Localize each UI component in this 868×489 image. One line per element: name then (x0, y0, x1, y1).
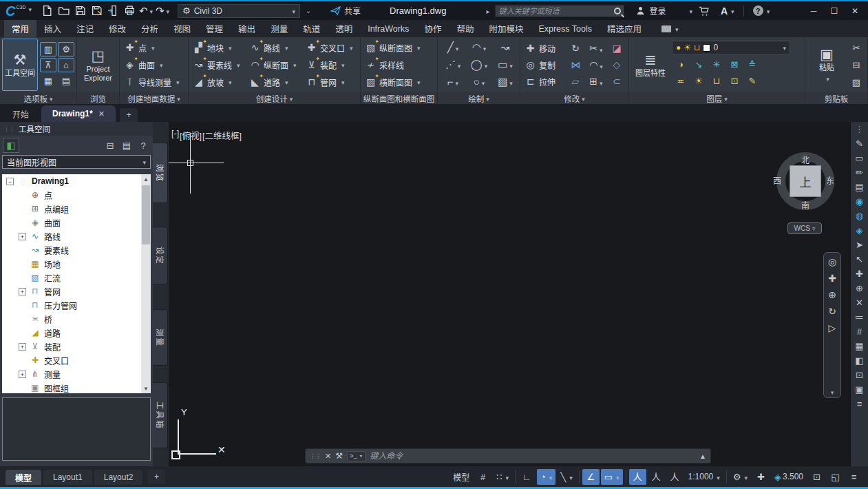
clean-screen-button[interactable]: ◱ (827, 469, 844, 485)
tree-item-场地[interactable]: ▦场地 (2, 257, 151, 271)
layer-thaw-button[interactable]: ☀ (690, 72, 708, 89)
scroll-up-icon[interactable]: ▲ (141, 174, 151, 184)
close-button[interactable]: ✕ (845, 3, 865, 19)
tree-item-路线[interactable]: +∿路线 (2, 229, 151, 243)
list-icon-button[interactable]: ≔ (855, 313, 864, 322)
layer-isolate-button[interactable]: ↘ (690, 56, 708, 72)
ribbon-tab-透明[interactable]: 透明 (328, 20, 360, 37)
maximize-button[interactable]: ☐ (824, 3, 845, 19)
toolspace-title-bar[interactable]: ⋮⋮ 工具空间 (0, 122, 153, 136)
layout-tab-模型[interactable]: 模型 (6, 470, 41, 485)
ribbon-tab-分析[interactable]: 分析 (134, 20, 166, 37)
sample-lines-button[interactable]: ≁采样线 (363, 56, 423, 73)
drag-grip-icon[interactable]: ⋮⋮ (3, 125, 14, 132)
collapse-icon[interactable]: − (6, 178, 14, 185)
ribbon-tab-测量[interactable]: 测量 (263, 20, 295, 37)
tree-item-图框组[interactable]: ▣图框组 (2, 381, 151, 393)
side-tab-浏览[interactable]: 浏览 (153, 143, 168, 203)
panel-label-图层[interactable]: 图层 (629, 92, 805, 104)
autodesk-apps-button[interactable]: A (716, 3, 739, 19)
layer-select[interactable]: ●☀⊔0 (672, 41, 790, 54)
search-icon[interactable] (614, 8, 621, 14)
search-expand-icon[interactable] (486, 6, 489, 16)
osnap-tracking-button[interactable]: ∠ (582, 469, 600, 485)
sheet-set-manager-button[interactable]: ▥ (40, 42, 56, 56)
survey-toolspace-button[interactable]: ⊼ (40, 58, 56, 72)
navbar-more-button[interactable]: ▾ (831, 389, 834, 396)
profile-button[interactable]: ◠纵断面 (247, 56, 301, 73)
drawing-canvas[interactable]: [-] [俯视] [二维线框] 上 北 南 西 东 WCS ◎✚⊕↻▷▾ Y ✕… (169, 122, 851, 466)
play-icon-button[interactable]: ➤ (856, 240, 863, 250)
menu-icon-button[interactable]: ≡ (857, 399, 862, 409)
project-explorer-button[interactable]: ◳Project Explorer (79, 39, 117, 91)
ellipse-button[interactable]: ○ (466, 74, 492, 90)
properties-palette-button[interactable]: ⚙ (58, 42, 74, 56)
tree-item-道路[interactable]: ◢道路 (2, 326, 151, 340)
ribbon-tab-视图[interactable]: 视图 (166, 20, 198, 37)
rotate-button[interactable]: ↻ (565, 40, 586, 56)
zoom-plus-icon-button[interactable]: ⊕ (856, 284, 863, 293)
stretch-button[interactable]: ⊏拉伸 (522, 73, 565, 90)
active-drawing-view-button[interactable]: ◧ (3, 138, 19, 153)
panel-label-绘制[interactable]: 绘制 (438, 92, 520, 104)
ribbon-tab-输出[interactable]: 输出 (231, 20, 263, 37)
share-button[interactable]: 共享 (330, 5, 361, 17)
text-frame-icon-button[interactable]: ▭ (855, 154, 863, 163)
layer-freeze-button[interactable]: ✳ (708, 56, 726, 72)
crosshair-toggle-button[interactable]: ✚ (752, 469, 770, 485)
model-space-toggle-button[interactable]: 模型 (449, 469, 473, 485)
workspace-selector[interactable]: ⚙ Civil 3D (178, 4, 300, 18)
hash-grid-icon-button[interactable]: # (857, 327, 862, 337)
scale-button[interactable]: ▱ (565, 73, 586, 90)
layer-unlock-button[interactable]: ⊔ (708, 72, 726, 89)
qat-customize-button[interactable]: ⌄ (303, 7, 314, 14)
viewport-view-menu[interactable]: [俯视] (180, 129, 202, 142)
expand-icon[interactable]: + (19, 288, 26, 295)
annotation-scale-button[interactable]: 1:1000 (685, 469, 723, 485)
sign-in-button[interactable]: 登录 (635, 5, 692, 17)
polar-tracking-button[interactable]: ◔ (537, 469, 555, 485)
table-icon-button[interactable]: ▦ (855, 342, 863, 351)
command-history-toggle[interactable]: ▲ (699, 452, 706, 460)
points-button[interactable]: ✚点 (122, 39, 182, 56)
offset-button[interactable]: ⊂ (606, 73, 627, 90)
wcs-menu[interactable]: WCS (787, 222, 822, 234)
close-icon[interactable]: ✕ (98, 110, 105, 118)
section-views-button[interactable]: ▨横断面图 (363, 74, 423, 90)
tree-item-桥[interactable]: ≍桥 (2, 312, 151, 326)
polyline-edit-button[interactable]: ⌐ (440, 74, 466, 90)
surface-elevation-button[interactable]: ◈3.500 (771, 469, 807, 485)
new-file-button[interactable] (39, 3, 55, 19)
profile-view-button[interactable]: ▧纵断面图 (363, 39, 423, 56)
expand-icon[interactable]: + (19, 343, 26, 351)
corridor-button[interactable]: ◣道路 (247, 74, 301, 90)
ribbon-tab-附加模块[interactable]: 附加模块 (481, 20, 531, 37)
viewcube-west[interactable]: 西 (773, 174, 781, 186)
ribbon-tab-协作[interactable]: 协作 (416, 20, 449, 37)
minimize-button[interactable]: ─ (803, 3, 824, 19)
save-as-button[interactable] (88, 3, 105, 19)
navigation-wheel-button[interactable]: ◎ (828, 257, 836, 267)
panel-label-修改[interactable]: 修改 (520, 92, 628, 104)
content-browser-button[interactable]: ▦ (40, 74, 56, 88)
panel-label-创建地面数据[interactable]: 创建地面数据 (120, 92, 188, 104)
point-cloud-icon-button[interactable]: ◉ (856, 197, 863, 207)
item-list-toggle-button[interactable]: ▤ (120, 138, 134, 152)
viewcube-east[interactable]: 东 (826, 174, 834, 186)
panel-label-创建设计[interactable]: 创建设计 (189, 92, 360, 104)
side-tab-设定[interactable]: 设定 (153, 227, 168, 284)
array-button[interactable]: ⊞ (586, 73, 606, 90)
panel-label-剪贴板[interactable]: 剪贴板 (805, 92, 867, 104)
side-tab-测量[interactable]: 测量 (153, 309, 168, 366)
object-snap-button[interactable]: ▭ (601, 469, 623, 485)
drawing-area-button[interactable]: ▤ (58, 74, 74, 88)
ribbon-tab-轨道[interactable]: 轨道 (295, 20, 328, 37)
scroll-down-icon[interactable]: ▼ (141, 384, 151, 393)
plot-button[interactable] (121, 3, 138, 19)
mirror-button[interactable]: ⋈ (565, 56, 586, 73)
cut-button[interactable]: ✂ (848, 39, 865, 56)
tree-item-Drawing1[interactable]: −▯Drawing1 (2, 174, 151, 188)
polyline-button[interactable]: ↝ (492, 39, 518, 56)
ribbon-tab-Express Tools[interactable]: Express Tools (531, 20, 600, 37)
pan-tool-button[interactable]: ✚ (828, 273, 836, 284)
